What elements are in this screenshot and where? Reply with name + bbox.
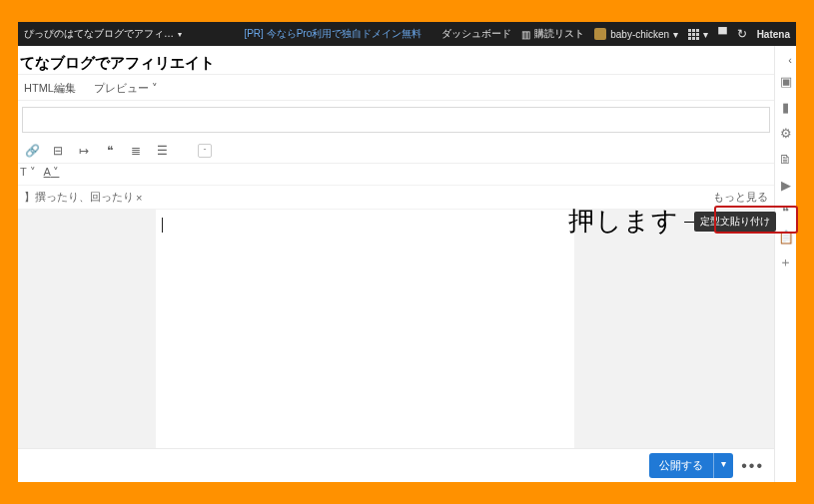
text-cursor: [162, 218, 163, 233]
tab-html-edit[interactable]: HTML編集: [24, 81, 76, 96]
clipboard-icon[interactable]: 📋: [777, 228, 795, 246]
see-more-link[interactable]: もっと見る: [713, 190, 768, 205]
gear-icon[interactable]: ⚙: [777, 124, 795, 142]
hatena-logo[interactable]: Hatena: [757, 29, 790, 40]
font-color-tool[interactable]: A ˅: [44, 166, 60, 179]
tab-preview-label: プレビュー: [94, 82, 149, 94]
reading-list-link[interactable]: ▥ 購読リスト: [521, 27, 584, 41]
chevron-down-icon: ˅: [27, 166, 36, 178]
tag-prefix: 】: [24, 190, 35, 205]
image-tool-icon[interactable]: ▣: [777, 72, 795, 90]
clipboard-tooltip: 定型文貼り付け: [694, 212, 776, 232]
username-label: baby-chicken: [610, 29, 669, 40]
text-size-tool[interactable]: T ˅: [20, 166, 36, 179]
align-icon[interactable]: ≣: [128, 143, 144, 159]
dashboard-link[interactable]: ダッシュボード: [441, 27, 511, 41]
folder-tool-icon[interactable]: ▮: [777, 98, 795, 116]
chevron-down-icon: ˅: [50, 166, 59, 178]
sidebar-rail: ‹ ▣ ▮ ⚙ 🗎 ▶ ❝ 📋 ＋: [774, 46, 796, 482]
list-icon[interactable]: ☰: [154, 143, 170, 159]
chevron-down-icon: ▾: [178, 30, 182, 39]
document-icon[interactable]: 🗎: [777, 150, 795, 168]
grid-icon: [688, 29, 699, 40]
footer-bar: 公開する ▾ •••: [18, 448, 774, 482]
blog-name: ぴっぴのはてなブログでアフィ…: [24, 27, 174, 41]
post-title-input[interactable]: [20, 55, 764, 72]
editor-canvas: [18, 210, 774, 448]
annotation-text: 押します→: [568, 204, 706, 239]
reading-list-label: 購読リスト: [534, 27, 584, 41]
tag-remove-icon[interactable]: ×: [136, 192, 142, 204]
publish-split-button: 公開する ▾: [649, 453, 733, 478]
chevron-down-icon: ˅: [152, 82, 158, 94]
tab-preview[interactable]: プレビュー ˅: [94, 81, 158, 96]
user-menu[interactable]: baby-chicken ▾: [594, 28, 678, 40]
avatar-icon: [594, 28, 606, 40]
book-icon: ▥: [521, 29, 530, 40]
plus-icon[interactable]: ＋: [777, 253, 795, 271]
blog-switcher[interactable]: ぴっぴのはてなブログでアフィ… ▾: [24, 27, 182, 41]
text-toolbar: T ˅ A ˅: [18, 164, 774, 185]
chevron-down-icon: ▾: [673, 29, 678, 40]
collapse-icon[interactable]: ˆ: [198, 144, 212, 158]
editor-textarea[interactable]: [156, 210, 574, 448]
chat-icon[interactable]: ▀: [718, 27, 727, 41]
chevron-down-icon: ▾: [703, 29, 708, 40]
category-field[interactable]: [22, 107, 770, 133]
editor-tabs: HTML編集 プレビュー ˅: [18, 75, 774, 101]
publish-button[interactable]: 公開する: [649, 453, 713, 478]
canvas-gutter-left: [18, 210, 156, 448]
video-icon[interactable]: ▶: [777, 176, 795, 194]
quote-icon[interactable]: ❝: [102, 143, 118, 159]
tag-chip[interactable]: 撰ったり、回ったり: [35, 190, 134, 205]
publish-dropdown[interactable]: ▾: [713, 453, 733, 478]
title-row: [18, 46, 774, 75]
apps-menu[interactable]: ▾: [688, 29, 708, 40]
code-icon[interactable]: ↦: [76, 143, 92, 159]
more-actions-button[interactable]: •••: [741, 457, 764, 475]
top-bar: ぴっぴのはてなブログでアフィ… ▾ [PR] 今ならPro利用で独自ドメイン無料…: [18, 22, 796, 46]
pr-link[interactable]: [PR] 今ならPro利用で独自ドメイン無料: [244, 27, 421, 41]
canvas-gutter-right: [574, 210, 774, 448]
link-icon[interactable]: 🔗: [24, 143, 40, 159]
tooltip-wrap: 定型文貼り付け: [694, 212, 776, 232]
refresh-icon[interactable]: ↻: [737, 27, 747, 41]
format-toolbar: 🔗 ⊟ ↦ ❝ ≣ ☰ ˆ: [18, 139, 774, 164]
read-more-icon[interactable]: ⊟: [50, 143, 66, 159]
collapse-rail-icon[interactable]: ‹: [775, 52, 796, 68]
quote-tool-icon[interactable]: ❝: [777, 202, 795, 220]
